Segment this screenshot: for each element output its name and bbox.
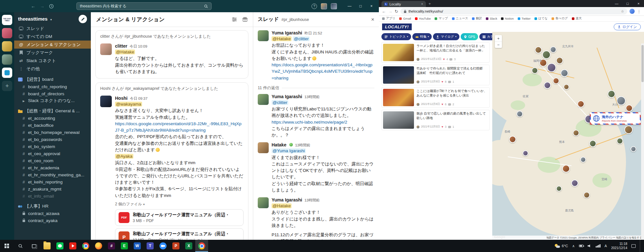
- sidebar-channel[interactable]: #et_bo_homepage_renewal: [14, 129, 91, 136]
- tab-close-icon[interactable]: ×: [421, 2, 423, 6]
- back-icon[interactable]: ←: [31, 4, 35, 9]
- taskbar-app-zoom[interactable]: [157, 240, 169, 252]
- map-photo-marker[interactable]: [563, 84, 569, 90]
- sidebar-channel[interactable]: #et_bo_passwords: [14, 136, 91, 143]
- avatar[interactable]: [100, 96, 112, 107]
- sidebar-channel[interactable]: #et_ceo_approval: [14, 150, 91, 157]
- history-icon[interactable]: [49, 4, 54, 9]
- zoom-out-button[interactable]: −: [495, 42, 502, 48]
- compose-button[interactable]: [79, 15, 87, 23]
- sidebar-channel[interactable]: ▸Slack コネクトのつな...: [14, 97, 91, 104]
- taskbar-app-excel[interactable]: X: [182, 240, 195, 252]
- gift-icon[interactable]: [242, 17, 248, 22]
- map-photo-marker[interactable]: [583, 192, 590, 198]
- zoom-in-button[interactable]: +: [495, 35, 502, 42]
- maximize-button[interactable]: □: [622, 0, 633, 7]
- message-link[interactable]: https://www.uchi-labo.net/movie/page/2: [272, 120, 347, 125]
- filter-icon[interactable]: [232, 17, 237, 22]
- thread-channel[interactable]: #pr_jibunhouse: [282, 17, 309, 22]
- taskbar-app-powerpoint[interactable]: P: [169, 240, 182, 252]
- network-icon[interactable]: [596, 244, 601, 247]
- sidebar-channel[interactable]: contract_aizawa: [14, 210, 91, 217]
- map-photo-marker[interactable]: [580, 157, 586, 163]
- taskbar-search-icon[interactable]: [14, 240, 27, 252]
- message-author[interactable]: Yuma Igarashi: [272, 197, 302, 202]
- site-nav-マイログ[interactable]: マイログ▾: [433, 33, 459, 40]
- bookmark-item[interactable]: Gmail: [399, 17, 411, 20]
- task-view-icon[interactable]: [27, 240, 41, 252]
- sidebar-item-ブックマーク[interactable]: ブックマーク: [14, 49, 91, 57]
- sidebar-channel[interactable]: #et_bo_system: [14, 143, 91, 150]
- login-button[interactable]: ログイン: [614, 23, 641, 30]
- back-icon[interactable]: ←: [382, 9, 386, 14]
- bookmark-item[interactable]: Twitter: [518, 17, 531, 20]
- article-card[interactable]: 竹あかりで作られた 期間限定で消える幻想郷 温泉町 竹灯籠の灯りに誘われて202…: [381, 65, 490, 85]
- map-photo-marker[interactable]: [577, 100, 584, 107]
- article-card[interactable]: ラーメン好き必見！自分だけの拘りが詰まった一杯と、地域の人情に出会える「放浪の一…: [381, 42, 490, 63]
- map-photo-marker[interactable]: [630, 146, 636, 152]
- message-link[interactable]: https://docs.google.com/presentation/d/1…: [115, 121, 242, 133]
- sidebar-item-メンション & リアクション[interactable]: @メンション & リアクション: [14, 41, 91, 49]
- sidebar-item-すべての DM[interactable]: すべての DM: [14, 33, 91, 41]
- reload-icon[interactable]: ↻: [395, 9, 398, 14]
- avatar[interactable]: [258, 94, 269, 105]
- taskbar-app-firefox[interactable]: [92, 240, 105, 252]
- sidebar-channel[interactable]: #et_backoffice: [14, 122, 91, 129]
- new-tab-button[interactable]: +: [428, 1, 431, 6]
- sidebar-channel[interactable]: #et_hr_academia: [14, 164, 91, 171]
- action-center-icon[interactable]: [631, 244, 636, 248]
- map-photo-marker[interactable]: [608, 90, 615, 98]
- map-photo-marker[interactable]: [573, 130, 579, 136]
- sidebar-item-スレッド[interactable]: スレッド: [14, 24, 91, 33]
- message-author[interactable]: clitter: [115, 43, 127, 49]
- self-mention-pill[interactable]: @Hatake: [272, 203, 292, 208]
- bookmark-item[interactable]: YouTube: [415, 17, 431, 20]
- bookmark-item[interactable]: 食べログ: [552, 16, 568, 21]
- weather-widget[interactable]: 6°C: [555, 244, 568, 248]
- taskbar-app-teams[interactable]: T: [144, 240, 157, 252]
- topbar-thumbnail-1[interactable]: [321, 3, 327, 9]
- battery-icon[interactable]: [579, 245, 583, 247]
- bookmark-item[interactable]: マップ: [435, 16, 448, 21]
- taskbar-app-evernote[interactable]: E: [118, 240, 131, 252]
- ime-indicator[interactable]: A: [605, 244, 607, 248]
- avatar[interactable]: [258, 30, 269, 41]
- minimize-button[interactable]: —: [344, 0, 355, 12]
- sidebar-channel[interactable]: #z_asakura_mgmt: [14, 185, 91, 192]
- map-photo-marker[interactable]: [624, 126, 633, 134]
- sidebar-channel[interactable]: #board_of_directors: [14, 90, 91, 97]
- overseas-badge[interactable]: 海外のハテナ Reports from Overseas: [590, 112, 641, 125]
- search-input[interactable]: theeasttimes 内を検索する: [76, 2, 212, 10]
- browser-menu-icon[interactable]: ⋮: [637, 9, 641, 14]
- taskbar-app-chrome[interactable]: [79, 240, 92, 252]
- map-photo-marker[interactable]: [544, 82, 551, 89]
- add-workspace-button[interactable]: +: [2, 81, 12, 91]
- workspace-tile-4[interactable]: [2, 68, 12, 78]
- map-photo-marker[interactable]: [556, 57, 563, 64]
- section-header[interactable]: 【経営】board: [14, 76, 91, 83]
- mention-pill[interactable]: @Yuma Igarashi: [272, 148, 306, 153]
- map-photo-marker[interactable]: [547, 63, 556, 72]
- avatar[interactable]: [100, 43, 112, 55]
- forward-icon[interactable]: →: [40, 4, 44, 9]
- file-attachment[interactable]: PDF和歌山フィールドワーク運営マニュアル（田辺・3 MB − PDF: [115, 209, 244, 226]
- taskbar-app-word[interactable]: W: [131, 240, 144, 252]
- taskbar-app-slack[interactable]: #: [105, 240, 118, 252]
- sidebar-channel[interactable]: #board_cfo_reporting: [14, 83, 91, 90]
- tray-expand-icon[interactable]: ∧: [572, 244, 575, 248]
- taskbar-app-youtube[interactable]: [66, 240, 79, 252]
- help-icon[interactable]: ?: [312, 4, 317, 9]
- close-button[interactable]: ×: [633, 0, 644, 7]
- mention-pill[interactable]: @clitter: [272, 100, 288, 105]
- topbar-thumbnail-2[interactable]: [331, 3, 337, 9]
- sidebar-channel[interactable]: #et_accounting: [14, 115, 91, 122]
- site-nav-GPS[interactable]: GPS: [461, 33, 478, 40]
- message-author[interactable]: Yuma Igarashi: [272, 30, 302, 35]
- file-attachment[interactable]: P和歌山フィールドワーク運営マニュアル（田辺・13 MB − PowerPoin…: [115, 228, 244, 240]
- workspace-tile-2[interactable]: [2, 41, 12, 51]
- sidebar-channel[interactable]: contract_ayaka: [14, 217, 91, 224]
- scrollbar-thumb[interactable]: [641, 45, 644, 82]
- workspace-tile-3[interactable]: [2, 54, 12, 65]
- browser-tab[interactable]: L Locality ×: [381, 1, 426, 7]
- message-author[interactable]: Hoshi: [115, 96, 128, 101]
